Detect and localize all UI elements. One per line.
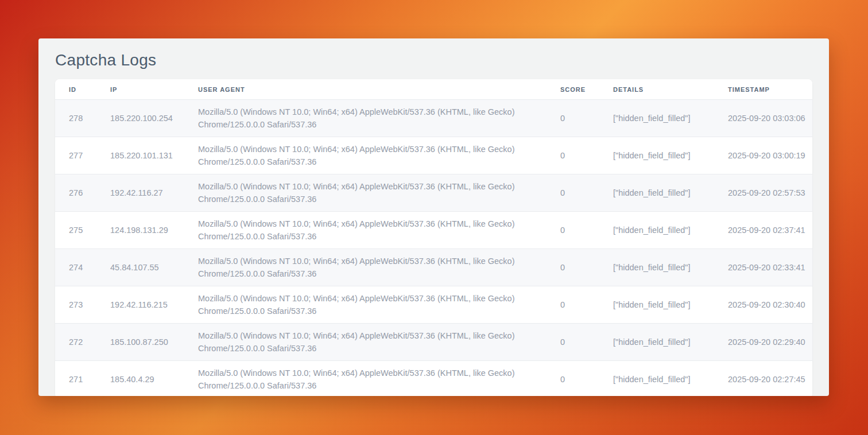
table-header-row: IDIPUSER AGENTSCOREDETAILSTIMESTAMP (55, 79, 812, 100)
cell-score: 0 (547, 286, 599, 324)
cell-id: 275 (55, 212, 96, 249)
cell-ip: 45.84.107.55 (96, 249, 184, 286)
cell-score: 0 (547, 324, 599, 361)
cell-id: 273 (55, 286, 96, 324)
cell-details: ["hidden_field_filled"] (599, 137, 714, 174)
table-row: 27445.84.107.55Mozilla/5.0 (Windows NT 1… (55, 249, 812, 286)
captcha-logs-card: Captcha Logs IDIPUSER AGENTSCOREDETAILST… (38, 38, 829, 396)
table-row: 277185.220.101.131Mozilla/5.0 (Windows N… (55, 137, 812, 174)
cell-score: 0 (547, 212, 599, 249)
column-header-details: DETAILS (599, 79, 714, 100)
table-row: 271185.40.4.29Mozilla/5.0 (Windows NT 10… (55, 361, 812, 397)
cell-details: ["hidden_field_filled"] (599, 361, 714, 397)
cell-id: 277 (55, 137, 96, 174)
cell-score: 0 (547, 174, 599, 212)
cell-score: 0 (547, 137, 599, 174)
page-background: Captcha Logs IDIPUSER AGENTSCOREDETAILST… (0, 0, 868, 435)
cell-user_agent: Mozilla/5.0 (Windows NT 10.0; Win64; x64… (184, 212, 547, 249)
cell-details: ["hidden_field_filled"] (599, 324, 714, 361)
cell-user_agent: Mozilla/5.0 (Windows NT 10.0; Win64; x64… (184, 361, 547, 397)
cell-ip: 185.100.87.250 (96, 324, 184, 361)
cell-user_agent: Mozilla/5.0 (Windows NT 10.0; Win64; x64… (184, 249, 547, 286)
cell-score: 0 (547, 249, 599, 286)
column-header-ip: IP (96, 79, 184, 100)
cell-timestamp: 2025-09-20 03:00:19 (714, 137, 812, 174)
cell-id: 276 (55, 174, 96, 212)
column-header-timestamp: TIMESTAMP (714, 79, 812, 100)
cell-ip: 124.198.131.29 (96, 212, 184, 249)
cell-ip: 185.220.100.254 (96, 100, 184, 137)
cell-timestamp: 2025-09-20 02:57:53 (714, 174, 812, 212)
table-row: 278185.220.100.254Mozilla/5.0 (Windows N… (55, 100, 812, 137)
cell-timestamp: 2025-09-20 02:37:41 (714, 212, 812, 249)
cell-timestamp: 2025-09-20 02:27:45 (714, 361, 812, 397)
cell-score: 0 (547, 100, 599, 137)
cell-details: ["hidden_field_filled"] (599, 174, 714, 212)
cell-timestamp: 2025-09-20 02:33:41 (714, 249, 812, 286)
table-row: 272185.100.87.250Mozilla/5.0 (Windows NT… (55, 324, 812, 361)
cell-details: ["hidden_field_filled"] (599, 100, 714, 137)
cell-user_agent: Mozilla/5.0 (Windows NT 10.0; Win64; x64… (184, 286, 547, 324)
column-header-score: SCORE (547, 79, 599, 100)
cell-timestamp: 2025-09-20 02:29:40 (714, 324, 812, 361)
cell-id: 272 (55, 324, 96, 361)
cell-details: ["hidden_field_filled"] (599, 249, 714, 286)
cell-id: 271 (55, 361, 96, 397)
page-title: Captcha Logs (55, 51, 812, 69)
cell-user_agent: Mozilla/5.0 (Windows NT 10.0; Win64; x64… (184, 324, 547, 361)
cell-user_agent: Mozilla/5.0 (Windows NT 10.0; Win64; x64… (184, 137, 547, 174)
logs-table-container: IDIPUSER AGENTSCOREDETAILSTIMESTAMP 2781… (55, 79, 812, 396)
captcha-logs-table: IDIPUSER AGENTSCOREDETAILSTIMESTAMP 2781… (55, 79, 812, 396)
cell-score: 0 (547, 361, 599, 397)
cell-ip: 192.42.116.215 (96, 286, 184, 324)
cell-id: 278 (55, 100, 96, 137)
table-row: 273192.42.116.215Mozilla/5.0 (Windows NT… (55, 286, 812, 324)
cell-id: 274 (55, 249, 96, 286)
table-row: 276192.42.116.27Mozilla/5.0 (Windows NT … (55, 174, 812, 212)
cell-details: ["hidden_field_filled"] (599, 286, 714, 324)
cell-user_agent: Mozilla/5.0 (Windows NT 10.0; Win64; x64… (184, 100, 547, 137)
column-header-id: ID (55, 79, 96, 100)
column-header-user_agent: USER AGENT (184, 79, 547, 100)
cell-ip: 185.40.4.29 (96, 361, 184, 397)
table-row: 275124.198.131.29Mozilla/5.0 (Windows NT… (55, 212, 812, 249)
cell-ip: 185.220.101.131 (96, 137, 184, 174)
cell-user_agent: Mozilla/5.0 (Windows NT 10.0; Win64; x64… (184, 174, 547, 212)
cell-details: ["hidden_field_filled"] (599, 212, 714, 249)
cell-timestamp: 2025-09-20 03:03:06 (714, 100, 812, 137)
cell-timestamp: 2025-09-20 02:30:40 (714, 286, 812, 324)
cell-ip: 192.42.116.27 (96, 174, 184, 212)
